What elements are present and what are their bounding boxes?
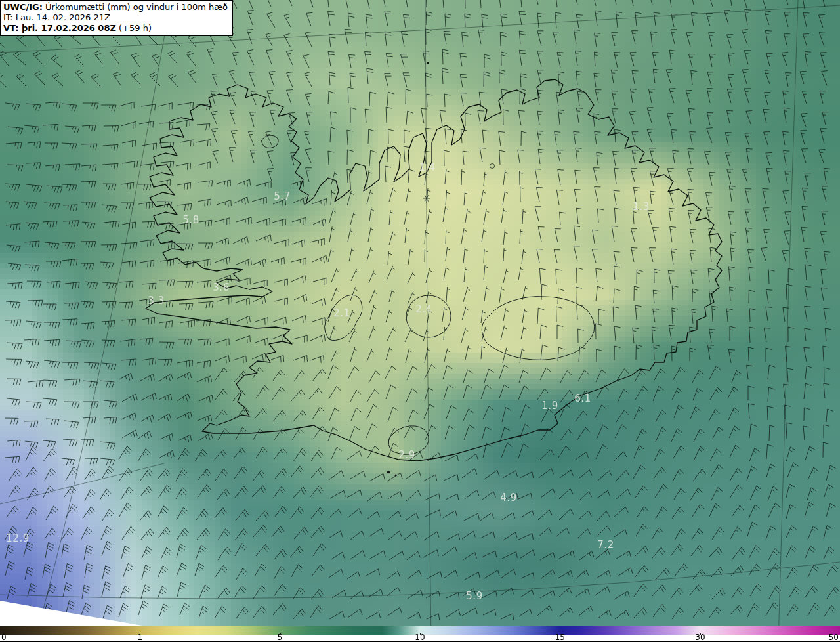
- model-title-text: Úrkomumætti (mm) og vindur i 100m hæð: [43, 2, 228, 12]
- title-box: UWC/IG: Úrkomumætti (mm) og vindur i 100…: [0, 0, 233, 36]
- colorbar-tick-mark: [280, 633, 281, 635]
- contour-value-label: 12.9: [6, 532, 29, 544]
- contour-value-label: 2.9: [398, 449, 415, 461]
- contour-value-label: 1.3: [633, 201, 649, 213]
- colorbar-tick-mark: [420, 633, 421, 635]
- model-id: UWC/IG:: [3, 2, 43, 12]
- contour-value-label: 3.6: [213, 282, 229, 293]
- contour-value-label: 4.9: [500, 492, 516, 503]
- colorbar-tick-label: 0: [1, 634, 7, 641]
- contour-value-label: 7.2: [597, 539, 614, 551]
- contour-value-label: 5.7: [274, 190, 290, 202]
- colorbar: 01510153050: [0, 626, 840, 642]
- contour-value-label: 5.8: [182, 214, 199, 226]
- colorbar-tick-label: 50: [829, 634, 839, 641]
- contour-value-label: 5.9: [466, 590, 482, 602]
- weather-map-screen: 5.75.83.63.32.12.41.41.31.96.12.94.97.21…: [0, 0, 840, 642]
- contour-value-label: 6.1: [574, 393, 591, 404]
- colorbar-tick-mark: [140, 633, 140, 635]
- valid-time-bold: VT: þri. 17.02.2026 08Z: [3, 23, 116, 33]
- colorbar-tick-labels: 01510153050: [0, 635, 840, 642]
- colorbar-tick-mark: [700, 633, 701, 635]
- lead-hours: (+59 h): [116, 23, 152, 33]
- contour-value-label: 2.1: [333, 307, 350, 319]
- init-time: IT: Lau. 14. 02. 2026 21Z: [3, 12, 228, 23]
- valid-time: VT: þri. 17.02.2026 08Z (+59 h): [3, 23, 228, 33]
- model-title: UWC/IG: Úrkomumætti (mm) og vindur i 100…: [3, 2, 228, 12]
- contour-value-label: 2.4: [415, 303, 432, 315]
- contour-value-label: 1.9: [541, 400, 558, 412]
- contour-value-label: 1.4: [419, 161, 435, 173]
- contour-value-labels: 5.75.83.63.32.12.41.41.31.96.12.94.97.21…: [0, 0, 840, 642]
- contour-value-label: 3.3: [148, 295, 164, 307]
- colorbar-tick-mark: [560, 633, 560, 635]
